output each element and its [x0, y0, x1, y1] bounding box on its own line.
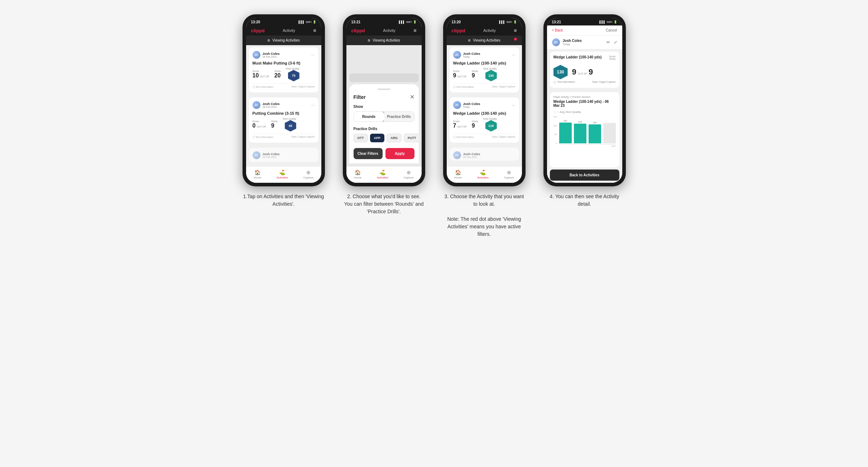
battery-icon-2: 🔋 — [413, 20, 417, 24]
back-to-activities-button[interactable]: Back to Activities — [550, 170, 619, 181]
activity-card-1-2[interactable]: JC Josh Coles 28 Feb 2023 ··· Putting Co… — [249, 97, 318, 143]
cancel-button[interactable]: Cancel — [606, 28, 617, 32]
bottom-nav-activities-2[interactable]: ⛳ Activities — [377, 170, 388, 179]
stat-shots-1-1: Shots 20 — [274, 70, 281, 79]
back-button[interactable]: < Back — [552, 28, 563, 32]
detail-icons: ✏ ⤢ — [606, 40, 617, 45]
avatar-3-2: JC — [453, 101, 461, 109]
bottom-nav-capture-2[interactable]: ⊕ Capture — [404, 170, 414, 179]
card-title-3-2: Wedge Ladder (100-140 yds) — [453, 111, 515, 115]
card-footer-1-1: ⓘ Test Information Data: Clippd Capture — [253, 84, 315, 89]
phone-3-inner: 13:20 ▌▌▌ WiFi 🔋 clippd Activity ≡ ⚙ — [447, 18, 522, 183]
bar-col-2: 129 — [574, 116, 586, 143]
drill-app[interactable]: APP — [370, 134, 385, 142]
card-header-1-3: JC Josh Coles 28 Feb 2023 — [253, 151, 315, 159]
bottom-nav-capture-1[interactable]: ⊕ Capture — [303, 170, 313, 179]
drill-arg[interactable]: ARG — [387, 134, 402, 142]
nav-bar-3: clippd Activity ≡ — [447, 25, 522, 35]
dots-menu-1-2[interactable]: ··· — [311, 103, 315, 108]
activities-icon-2: ⛳ — [379, 170, 385, 175]
user-info-1-2: Josh Coles 28 Feb 2023 — [263, 102, 280, 108]
user-info-1-1: Josh Coles 28 Feb 2023 — [263, 52, 280, 58]
bars-container: 132 129 124 — [559, 116, 616, 144]
activity-card-1-3[interactable]: JC Josh Coles 28 Feb 2023 — [249, 148, 318, 162]
filter-toggle-practice[interactable]: Practice Drills — [384, 112, 414, 121]
caption-3: 3. Choose the Activity that you want to … — [443, 193, 526, 238]
card-header-3-3: JC Josh Coles 28 Feb 2023 — [453, 151, 515, 159]
viewing-banner-2[interactable]: ⚙ Viewing Activities — [346, 35, 422, 45]
filter-close-button[interactable]: ✕ — [410, 94, 414, 100]
activity-card-3-3[interactable]: JC Josh Coles 28 Feb 2023 — [450, 148, 519, 161]
stat-shots-1-2: Shots 9 — [271, 120, 278, 129]
caption-4: 4. You can then see the Activity detail. — [543, 193, 626, 208]
card-stats-3-1: Score 9 OUT OF Shots 9 — [453, 67, 515, 81]
user-date-1-2: 28 Feb 2023 — [263, 106, 280, 108]
bottom-nav-capture-3[interactable]: ⊕ Capture — [504, 170, 514, 179]
nav-menu-1[interactable]: ≡ — [313, 28, 316, 33]
bottom-nav-activities-1[interactable]: ⛳ Activities — [277, 170, 288, 179]
phone-2: 13:21 ▌▌▌ WiFi 🔋 clippd Activity ≡ ⚙ — [343, 14, 425, 186]
clear-filters-button[interactable]: Clear Filters — [354, 148, 383, 159]
status-icons-3: ▌▌▌ WiFi 🔋 — [499, 20, 517, 24]
battery-icon: 🔋 — [313, 20, 316, 24]
card-title-3-1: Wedge Ladder (100-140 yds) — [453, 61, 515, 65]
red-dot-3 — [514, 38, 517, 40]
detail-score-labels: Score Shots — [609, 55, 615, 60]
card-header-3-2: JC Josh Coles Today ··· — [453, 101, 515, 109]
stat-sq-1-1: Shot Quality 75 — [286, 67, 299, 81]
nav-title-3: Activity — [483, 28, 496, 33]
bottom-nav-activities-3[interactable]: ⛳ Activities — [477, 170, 489, 179]
drill-putt[interactable]: PUTT — [404, 134, 420, 142]
dots-menu-1-1[interactable]: ··· — [311, 52, 315, 57]
bottom-nav-home-1[interactable]: 🏠 Home — [254, 170, 261, 179]
stat-shots-3-1: Shots 9 — [472, 70, 478, 79]
viewing-banner-1[interactable]: ⚙ Viewing Activities — [246, 35, 321, 45]
dots-menu-3-1[interactable]: ··· — [512, 52, 515, 57]
card-footer-1-2: ⓘ Test Information Data: Clippd Capture — [253, 134, 315, 139]
phone-4: 13:21 ▌▌▌ WiFi 🔋 < Back Cancel — [543, 14, 626, 186]
detail-card-chart: Player Activity > Practice Session Wedge… — [550, 92, 619, 167]
phone-col-4: 13:21 ▌▌▌ WiFi 🔋 < Back Cancel — [540, 14, 629, 208]
nav-menu-3[interactable]: ≡ — [514, 28, 517, 33]
avatar-1-2: JC — [253, 101, 260, 109]
nav-brand-1: clippd — [251, 28, 265, 33]
status-time-4: 13:21 — [552, 20, 561, 24]
apply-button[interactable]: Apply — [385, 148, 414, 159]
user-name-1-1: Josh Coles — [263, 52, 280, 56]
home-icon-2: 🏠 — [355, 170, 361, 175]
detail-user-info: JC Josh Coles Today — [552, 38, 582, 46]
signal-icon-4: ▌▌▌ — [599, 20, 605, 24]
viewing-banner-3[interactable]: ⚙ Viewing Activities — [447, 35, 522, 45]
phone-4-inner: 13:21 ▌▌▌ WiFi 🔋 < Back Cancel — [547, 18, 622, 183]
detail-score-label: Score — [609, 55, 615, 58]
stat-score-3-2: Score 7 OUT OF — [453, 120, 467, 129]
user-name-1-2: Josh Coles — [263, 102, 280, 106]
filter-toggle-rounds[interactable]: Rounds — [354, 111, 384, 122]
bar-4 — [603, 123, 616, 143]
nav-brand-3: clippd — [452, 28, 465, 33]
filter-title: Filter — [354, 94, 366, 100]
bar-3 — [589, 124, 601, 143]
nav-menu-2[interactable]: ≡ — [413, 28, 416, 33]
bottom-nav-home-3[interactable]: 🏠 Home — [454, 170, 462, 179]
wifi-icon-2: WiFi — [406, 20, 412, 24]
filter-sheet: Filter ✕ Show Rounds Practice Drills Pra… — [349, 84, 419, 163]
capture-icon-3: ⊕ — [507, 170, 511, 175]
activity-card-3-1[interactable]: JC Josh Coles Today ··· Wedge Ladder (10… — [450, 47, 519, 92]
bottom-nav-2: 🏠 Home ⛳ Activities ⊕ Capture — [346, 166, 422, 183]
bottom-nav-home-2[interactable]: 🏠 Home — [354, 170, 361, 179]
card-user-1-3: JC Josh Coles 28 Feb 2023 — [253, 151, 280, 159]
expand-icon[interactable]: ⤢ — [614, 40, 617, 45]
phone-col-3: 13:20 ▌▌▌ WiFi 🔋 clippd Activity ≡ ⚙ — [440, 14, 529, 238]
stat-shots-3-2: Shots 9 — [472, 120, 478, 129]
drill-ott[interactable]: OTT — [354, 134, 368, 142]
activity-card-1-1[interactable]: JC Josh Coles 28 Feb 2023 ··· Must Make … — [249, 47, 318, 92]
edit-icon[interactable]: ✏ — [606, 40, 610, 45]
activity-card-3-2[interactable]: JC Josh Coles Today ··· Wedge Ladder (10… — [450, 97, 519, 143]
card-user-3-1: JC Josh Coles Today — [453, 51, 480, 59]
detail-test-info: ⓘ Test Information Data: Clippd Capture — [553, 81, 616, 84]
card-title-1-1: Must Make Putting (3-6 ft) — [253, 61, 315, 65]
filter-toggle-row: Rounds Practice Drills — [354, 111, 414, 122]
home-label-1: Home — [254, 176, 261, 179]
dots-menu-3-2[interactable]: ··· — [512, 103, 515, 108]
